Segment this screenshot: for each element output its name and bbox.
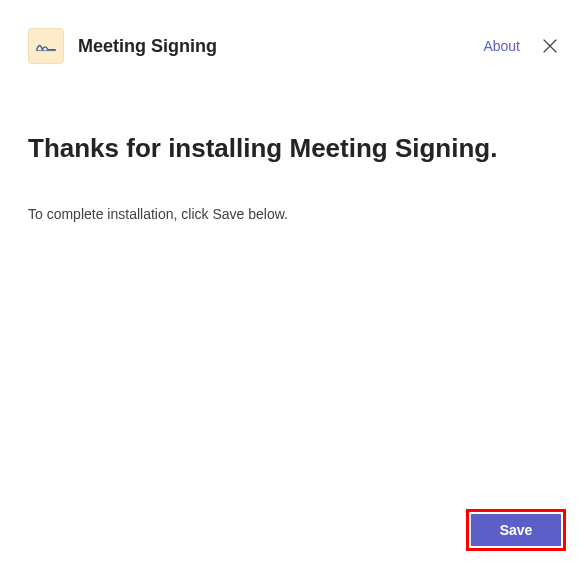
dialog-footer: Save	[466, 509, 566, 551]
close-button[interactable]	[542, 38, 558, 54]
close-icon	[543, 39, 557, 53]
save-button[interactable]: Save	[471, 514, 561, 546]
instruction-text: To complete installation, click Save bel…	[28, 206, 558, 222]
dialog-content: Thanks for installing Meeting Signing. T…	[0, 76, 586, 242]
signature-icon	[35, 39, 57, 53]
page-heading: Thanks for installing Meeting Signing.	[28, 132, 558, 166]
header-actions: About	[483, 38, 558, 54]
about-link[interactable]: About	[483, 38, 520, 54]
save-button-highlight: Save	[466, 509, 566, 551]
dialog-header: Meeting Signing About	[0, 0, 586, 76]
app-icon	[28, 28, 64, 64]
app-title: Meeting Signing	[78, 36, 469, 57]
